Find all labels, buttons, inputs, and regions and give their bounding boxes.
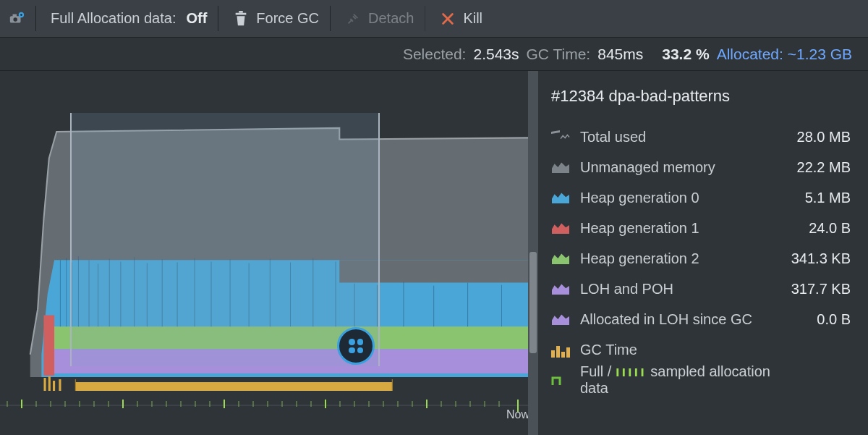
allocated-link[interactable]: Allocated: ~1.23 GB (717, 46, 852, 63)
legend-row[interactable]: Heap generation 2341.3 KB (551, 243, 851, 274)
area-icon (551, 220, 570, 236)
memory-chart[interactable] (0, 113, 528, 366)
legend-label: Heap generation 1 (580, 220, 775, 237)
memory-timeline[interactable]: Now (0, 71, 528, 435)
legend-value: 28.0 MB (786, 129, 851, 145)
bars-icon (551, 342, 570, 358)
svg-rect-5 (236, 12, 247, 14)
detach-button: Detach (333, 0, 425, 37)
process-title: #12384 dpa-bad-patterns (551, 87, 851, 106)
gc-time-strip (0, 375, 528, 392)
svg-rect-10 (43, 315, 54, 375)
svg-rect-37 (43, 378, 46, 391)
legend-value: 24.0 B (786, 220, 851, 237)
toolbar: Full Allocation data: Off Force GC Detac… (0, 0, 868, 38)
kill-button[interactable]: Kill (428, 0, 494, 37)
legend-panel: #12384 dpa-bad-patterns Total used28.0 M… (538, 71, 868, 435)
force-gc-label: Force GC (256, 10, 319, 27)
svg-rect-40 (59, 379, 61, 391)
status-bar: Selected: 2.543s GC Time: 845ms 33.2 % A… (0, 38, 868, 71)
legend-label: Allocated in LOH since GC (580, 311, 775, 328)
allocation-data-state: Off (186, 10, 207, 27)
detach-label: Detach (368, 10, 414, 27)
legend-label: GC Time (580, 342, 775, 358)
selected-value: 2.543s (473, 46, 519, 63)
selected-key: Selected: (403, 46, 467, 63)
area-icon (551, 281, 570, 297)
legend-row[interactable]: Unmanaged memory22.2 MB (551, 152, 851, 182)
kill-label: Kill (463, 10, 482, 27)
legend-label: Total used (580, 129, 775, 145)
step-icon (551, 372, 570, 388)
svg-rect-6 (239, 11, 244, 13)
legend-row[interactable]: Full / ııııı sampled allocation data (551, 365, 851, 395)
svg-point-4 (20, 14, 22, 16)
allocation-data-toggle[interactable]: Full Allocation data: Off (39, 0, 218, 37)
legend-label: LOH and POH (580, 281, 775, 297)
area-icon (551, 311, 570, 327)
grid-icon (349, 339, 363, 353)
gc-time-value: 845ms (597, 46, 643, 63)
trash-icon (233, 11, 249, 27)
svg-rect-38 (48, 376, 51, 391)
time-selection[interactable] (70, 113, 380, 366)
time-ruler[interactable]: Now (0, 398, 528, 420)
legend-label: Heap generation 2 (580, 250, 775, 267)
vertical-scrollbar[interactable] (528, 71, 538, 435)
unplug-icon (345, 11, 361, 27)
allocation-data-label: Full Allocation data: (51, 10, 176, 27)
area-icon (551, 159, 570, 175)
gc-percent: 33.2 % (662, 46, 709, 63)
legend-value: 341.3 KB (786, 250, 851, 267)
legend-row[interactable]: Heap generation 05.1 MB (551, 182, 851, 213)
line-icon (551, 129, 570, 145)
legend-label: Unmanaged memory (580, 159, 775, 176)
close-icon (440, 11, 456, 27)
legend-label: Heap generation 0 (580, 190, 775, 206)
scrollbar-thumb[interactable] (529, 252, 537, 353)
snapshot-marker[interactable] (337, 327, 375, 365)
svg-rect-39 (53, 381, 55, 391)
legend-row[interactable]: Total used28.0 MB (551, 122, 851, 152)
area-icon (551, 250, 570, 266)
legend-value: 22.2 MB (786, 159, 851, 176)
legend-label: Full / ııııı sampled allocation data (580, 363, 775, 397)
legend-row[interactable]: Allocated in LOH since GC0.0 B (551, 304, 851, 334)
gc-time-key: GC Time: (527, 46, 591, 63)
force-gc-button[interactable]: Force GC (221, 0, 331, 37)
svg-rect-41 (75, 382, 392, 391)
area-icon (551, 190, 570, 206)
legend-row[interactable]: GC Time (551, 334, 851, 365)
legend-row[interactable]: LOH and POH317.7 KB (551, 274, 851, 304)
legend-value: 5.1 MB (786, 190, 851, 206)
legend-value: 0.0 B (786, 311, 851, 328)
camera-gear-icon (9, 11, 25, 27)
snapshot-button[interactable] (6, 0, 36, 37)
legend-value: 317.7 KB (786, 281, 851, 297)
main-area: Now #12384 dpa-bad-patterns Total used28… (0, 71, 868, 435)
now-label: Now (506, 408, 528, 420)
legend-row[interactable]: Heap generation 124.0 B (551, 213, 851, 243)
svg-rect-1 (13, 14, 17, 17)
svg-point-2 (13, 17, 17, 22)
